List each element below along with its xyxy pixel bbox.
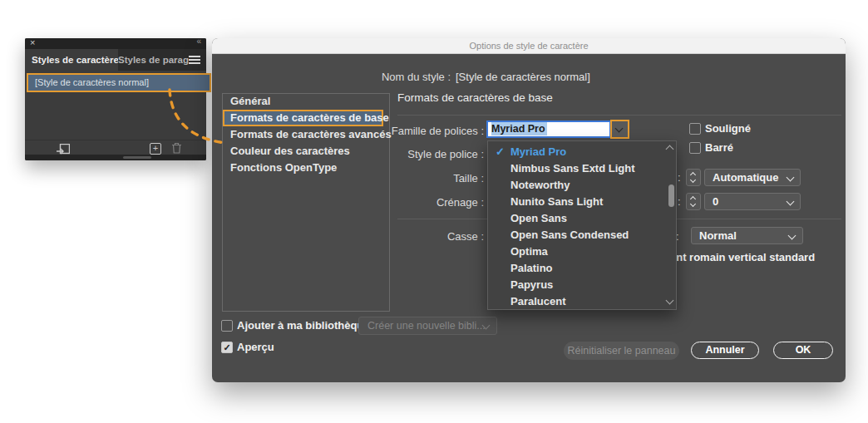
- library-dropdown-disabled: Créer une nouvelle bibli...: [358, 317, 497, 335]
- collapse-icon[interactable]: «: [196, 37, 201, 46]
- leading-label-fragment: :: [678, 171, 681, 184]
- tab-character-styles[interactable]: Styles de caractère: [25, 49, 118, 71]
- chevron-down-icon: [787, 198, 795, 206]
- font-option[interactable]: Papyrus: [488, 277, 676, 293]
- font-option[interactable]: Nunito Sans Light: [488, 194, 676, 210]
- list-scrollbar[interactable]: [665, 142, 675, 307]
- panel-scrollbar-thumb[interactable]: [123, 156, 151, 159]
- section-divider: [397, 115, 841, 116]
- tracking-label-fragment: :: [678, 195, 681, 208]
- tracking-combobox[interactable]: 0: [704, 193, 801, 210]
- position-value: Normal: [699, 229, 737, 242]
- font-option[interactable]: Optima: [488, 243, 676, 260]
- leading-combobox[interactable]: Automatique: [704, 169, 801, 186]
- sidebar-item-general[interactable]: Général: [223, 93, 395, 110]
- style-name-label: Nom du style :: [337, 71, 451, 83]
- dashed-connector-arrow: [162, 83, 230, 150]
- vertical-alignment-label-fragment: ent romain vertical standard: [670, 251, 815, 263]
- font-option[interactable]: Open Sans: [488, 210, 676, 227]
- panel-title-strip: × «: [25, 38, 206, 49]
- tab-paragraph-styles[interactable]: Styles de parag: [113, 49, 190, 71]
- selected-text: Myriad Pro: [491, 122, 547, 135]
- font-option[interactable]: Paralucent: [488, 293, 676, 310]
- font-option[interactable]: Open Sans Condensed: [488, 227, 676, 243]
- font-family-listbox: ✓Myriad Pro Nimbus Sans Extd Light Notew…: [487, 140, 677, 310]
- panel-tab-bar: Styles de caractère Styles de parag: [25, 49, 206, 71]
- panel-menu-icon[interactable]: [189, 56, 200, 64]
- underline-label: Souligné: [705, 122, 751, 135]
- tracking-value: 0: [713, 195, 718, 208]
- chevron-down-icon: [787, 174, 795, 182]
- scroll-up-icon[interactable]: [666, 145, 674, 154]
- new-style-icon[interactable]: +: [150, 143, 161, 155]
- font-family-label: Famille de polices :: [362, 125, 484, 137]
- font-option[interactable]: Palatino: [488, 260, 676, 277]
- font-option[interactable]: Nimbus Sans Extd Light: [488, 160, 676, 177]
- style-name-value: [Style de caractères normal]: [456, 71, 590, 83]
- font-family-input[interactable]: Myriad Pro: [486, 121, 611, 138]
- dialog-title: Options de style de caractère: [212, 38, 846, 54]
- tracking-stepper[interactable]: [686, 193, 701, 210]
- position-combobox[interactable]: Normal: [691, 227, 803, 244]
- library-dropdown-value: Créer une nouvelle bibli...: [367, 320, 486, 332]
- strikethrough-label: Barré: [705, 141, 733, 154]
- add-to-library-label: Ajouter à ma bibliothèque: [237, 319, 370, 332]
- checkmark-icon: ✓: [496, 144, 505, 160]
- case-label: Casse :: [362, 230, 484, 243]
- chevron-down-icon: [788, 232, 796, 240]
- size-label: Taille :: [362, 172, 484, 184]
- character-style-options-dialog: Options de style de caractère Nom du sty…: [212, 38, 846, 382]
- cancel-button[interactable]: Annuler: [691, 342, 759, 359]
- leading-value: Automatique: [713, 171, 778, 184]
- scroll-down-icon[interactable]: [666, 297, 674, 305]
- underline-checkbox[interactable]: [689, 123, 701, 135]
- preview-label: Aperçu: [237, 341, 274, 353]
- sidebar-item-basic-character-formats[interactable]: Formats de caractères de base: [223, 110, 383, 126]
- font-style-label: Style de police :: [362, 148, 484, 160]
- ok-button[interactable]: OK: [773, 342, 833, 359]
- font-family-dropdown-button[interactable]: [610, 120, 629, 139]
- stepper-down-icon: [690, 177, 696, 183]
- section-heading: Formats de caractères de base: [397, 91, 553, 104]
- list-scrollbar-thumb[interactable]: [668, 184, 674, 207]
- close-icon[interactable]: ×: [30, 37, 35, 47]
- preview-checkbox[interactable]: ✓: [221, 342, 233, 353]
- add-to-library-checkbox[interactable]: [221, 320, 233, 332]
- leading-stepper[interactable]: [686, 169, 701, 186]
- font-option[interactable]: Noteworthy: [488, 177, 676, 194]
- reset-panel-button: Réinitialiser le panneau: [564, 342, 679, 360]
- kerning-label: Crénage :: [362, 196, 484, 209]
- font-option-selected[interactable]: ✓Myriad Pro: [488, 144, 676, 160]
- strikethrough-checkbox[interactable]: [689, 142, 701, 154]
- chevron-down-icon: [615, 125, 624, 133]
- stepper-down-icon: [690, 201, 696, 207]
- panel-scrollbar[interactable]: [25, 155, 206, 160]
